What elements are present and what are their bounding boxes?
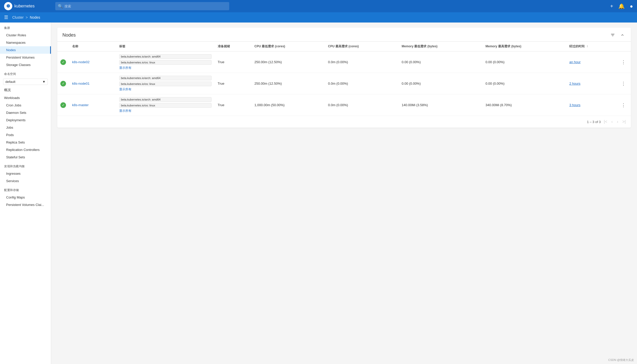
pagination-info: 1 – 3 of 3 [587, 120, 601, 124]
tag: beta.kubernetes.io/os: linux [119, 60, 212, 65]
row-more-0: ⋮ [616, 51, 631, 73]
sort-icon: ↑ [587, 45, 588, 48]
panel-title: Nodes [62, 32, 76, 38]
row-cpu-min-1: 250.00m (12.50%) [251, 73, 325, 94]
sidebar-item-cluster-roles[interactable]: Cluster Roles [0, 31, 51, 39]
table-row: ✓ k8s-master beta.kubernetes.io/arch: am… [57, 94, 631, 116]
col-mem-min: Memory 最低需求 (bytes) [399, 42, 482, 51]
services-label: Services [6, 179, 19, 183]
overview-label: 概况 [4, 88, 11, 92]
sidebar-item-nodes[interactable]: Nodes [0, 46, 51, 54]
breadcrumb-current: Nodes [30, 15, 40, 19]
panel-header: Nodes [57, 28, 631, 42]
sidebar-item-overview[interactable]: 概况 [0, 86, 51, 94]
sidebar-item-replication-controllers[interactable]: Replication Controllers [0, 146, 51, 153]
more-button-1[interactable]: ⋮ [619, 80, 628, 87]
sidebar-item-replica-sets[interactable]: Replica Sets [0, 139, 51, 146]
sidebar-item-ingresses[interactable]: Ingresses [0, 170, 51, 177]
replication-controllers-label: Replication Controllers [6, 148, 40, 152]
row-name-1: k8s-node01 [69, 73, 116, 94]
sidebar-item-cron-jobs[interactable]: Cron Jobs [0, 102, 51, 109]
config-maps-label: Config Maps [6, 195, 25, 199]
next-page-button[interactable]: › [616, 118, 619, 125]
node-link-1[interactable]: k8s-node01 [72, 82, 90, 85]
col-elapsed: 经过的时间 ↑ [566, 42, 616, 51]
namespace-section-title: 命名空间 [0, 69, 51, 78]
namespaces-label: Namespaces [6, 41, 26, 45]
sidebar-item-workloads[interactable]: Workloads [0, 94, 51, 102]
notifications-button[interactable]: 🔔 [618, 3, 625, 9]
tag: beta.kubernetes.io/os: linux [119, 103, 212, 108]
daemon-sets-label: Daemon Sets [6, 111, 26, 115]
sidebar-item-services[interactable]: Services [0, 177, 51, 185]
row-ready-2: True [215, 94, 251, 116]
add-button[interactable]: + [610, 3, 613, 9]
sidebar-item-daemon-sets[interactable]: Daemon Sets [0, 109, 51, 116]
node-link-2[interactable]: k8s-master [72, 103, 89, 107]
row-name-0: k8s-node02 [69, 51, 116, 73]
ready-icon-1: ✓ [60, 81, 66, 86]
last-page-button[interactable]: >| [621, 118, 627, 125]
row-cpu-min-2: 1,000.00m (50.00%) [251, 94, 325, 116]
sidebar-item-jobs[interactable]: Jobs [0, 124, 51, 131]
row-cpu-max-1: 0.0m (0.00%) [325, 73, 399, 94]
row-check-2: ✓ [57, 94, 69, 116]
breadcrumb-cluster[interactable]: Cluster [12, 15, 24, 19]
workloads-label: Workloads [4, 96, 20, 100]
sidebar-item-namespaces[interactable]: Namespaces [0, 39, 51, 46]
account-button[interactable]: ● [630, 3, 633, 9]
layout: 集群 Cluster Roles Namespaces Nodes Persis… [0, 23, 637, 364]
tag: beta.kubernetes.io/arch: amd64 [119, 97, 212, 102]
sidebar-item-persistent-volumes[interactable]: Persistent Volumes [0, 54, 51, 61]
table-row: ✓ k8s-node01 beta.kubernetes.io/arch: am… [57, 73, 631, 94]
deployments-label: Deployments [6, 118, 26, 122]
show-all-link-2[interactable]: 显示所有 [119, 109, 212, 113]
sidebar-item-config-maps[interactable]: Config Maps [0, 194, 51, 201]
row-more-2: ⋮ [616, 94, 631, 116]
logo-area: ☸ kubernetes [4, 2, 50, 10]
elapsed-link-1[interactable]: 2 hours [569, 82, 580, 85]
ready-icon-0: ✓ [60, 59, 66, 65]
elapsed-link-2[interactable]: 3 hours [569, 103, 580, 107]
sidebar-item-deployments[interactable]: Deployments [0, 116, 51, 124]
sidebar-item-pods[interactable]: Pods [0, 131, 51, 139]
storage-classes-label: Storage Classes [6, 63, 30, 67]
tag: beta.kubernetes.io/os: linux [119, 82, 212, 86]
elapsed-link-0[interactable]: an hour [569, 60, 580, 64]
search-bar-container: 🔍 [55, 2, 229, 10]
col-tags: 标签 [116, 42, 215, 51]
search-icon: 🔍 [58, 4, 63, 9]
row-ready-1: True [215, 73, 251, 94]
row-elapsed-2: 3 hours [566, 94, 616, 116]
jobs-label: Jobs [6, 126, 13, 129]
sidebar-item-stateful-sets[interactable]: Stateful Sets [0, 153, 51, 161]
more-button-2[interactable]: ⋮ [619, 101, 628, 109]
node-link-0[interactable]: k8s-node02 [72, 60, 90, 64]
more-button-0[interactable]: ⋮ [619, 58, 628, 66]
row-check-1: ✓ [57, 73, 69, 94]
table-row: ✓ k8s-node02 beta.kubernetes.io/arch: am… [57, 51, 631, 73]
sidebar-item-pvc[interactable]: Persistent Volumes Clai... [0, 201, 51, 208]
watermark: CSDN @情绪大瓜皮 [608, 358, 634, 362]
show-all-link-0[interactable]: 显示所有 [119, 66, 212, 70]
search-input[interactable] [55, 2, 229, 10]
sidebar: 集群 Cluster Roles Namespaces Nodes Persis… [0, 23, 51, 364]
breadcrumb-bar: ☰ Cluster > Nodes [0, 12, 637, 23]
discovery-section-title: 发现和负载均衡 [0, 161, 51, 170]
prev-page-button[interactable]: ‹ [610, 118, 614, 125]
ready-icon-2: ✓ [60, 102, 66, 108]
show-all-link-1[interactable]: 显示所有 [119, 87, 212, 92]
hamburger-icon[interactable]: ☰ [4, 15, 8, 20]
row-mem-min-1: 0.00 (0.00%) [399, 73, 482, 94]
ingresses-label: Ingresses [6, 172, 20, 175]
first-page-button[interactable]: |< [603, 118, 608, 125]
pods-label: Pods [6, 133, 14, 137]
col-cpu-min: CPU 最低需求 (cores) [251, 42, 325, 51]
collapse-button[interactable] [619, 32, 626, 38]
col-actions [616, 42, 631, 51]
namespace-selector[interactable]: default ▼ [3, 79, 48, 85]
sidebar-item-storage-classes[interactable]: Storage Classes [0, 61, 51, 69]
persistent-volumes-label: Persistent Volumes [6, 56, 35, 59]
col-cpu-max: CPU 最高需求 (cores) [325, 42, 399, 51]
filter-button[interactable] [609, 32, 616, 38]
